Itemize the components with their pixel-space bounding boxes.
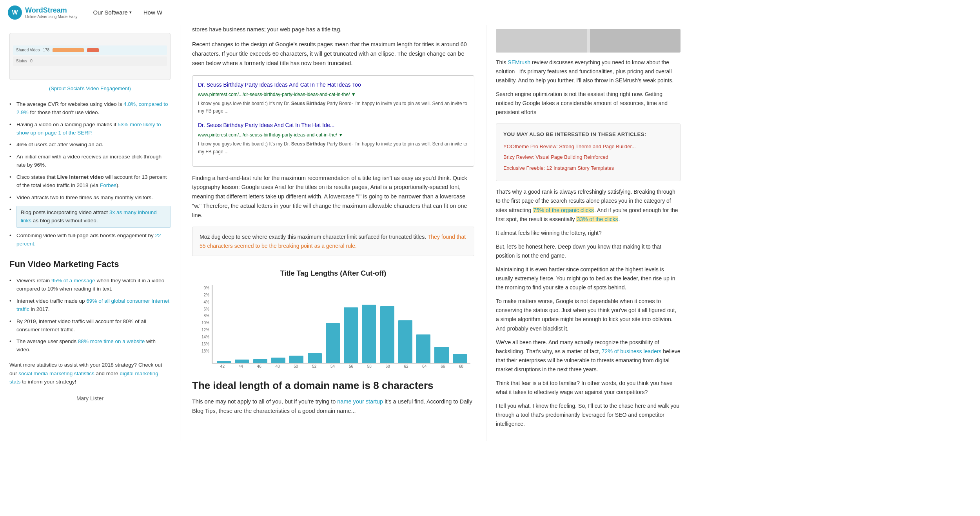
video-stats-list: The average CVR for websites using video… (9, 98, 171, 250)
fun-facts-heading: Fun Video Marketing Facts (9, 257, 171, 271)
right-body-6: We've all been there. And many actually … (496, 338, 681, 374)
bar (344, 307, 358, 362)
search-desc-2: I know you guys love this board :) It's … (198, 140, 468, 156)
article-link-1[interactable]: YOOtheme Pro Review: Strong Theme and Pa… (503, 142, 673, 151)
bar (362, 305, 376, 363)
chevron-down-icon: ▾ (129, 10, 132, 15)
search-url-1: www.pinterest.com/.../dr-seuss-birthday-… (198, 92, 356, 97)
img-block-2 (590, 29, 681, 53)
search-title-2[interactable]: Dr. Seuss Birthday Party Ideas And Cat I… (198, 122, 334, 128)
global-traffic-link[interactable]: 69% of all global consumer Internet traf… (16, 298, 169, 312)
article-link-3[interactable]: Exclusive Freebie: 12 Instagram Story Te… (503, 164, 673, 172)
social-media-stats-link[interactable]: social media marketing statistics (18, 371, 94, 376)
x-label: 42 (213, 363, 232, 370)
bar-col (396, 320, 414, 363)
dashboard-screenshot: Shared Video 178 Status 0 (9, 33, 171, 80)
list-item: Viewers retain 95% of a message when the… (9, 275, 171, 295)
search-bold-2: Seuss Birthday (291, 141, 325, 147)
author-name: Mary Lister (9, 394, 171, 403)
time-on-website-link[interactable]: 88% more time on a website (78, 338, 145, 344)
logo-text-area: WordStream Online Advertising Made Easy (25, 6, 77, 19)
x-label: 62 (397, 363, 416, 370)
search-bold-1: Seuss Birthday (291, 101, 325, 106)
right-para-2: Search engine optimization is not the ea… (496, 90, 681, 117)
sprout-social-link[interactable]: (Sprout Social's Video Engagement) (49, 85, 131, 91)
bar-col (342, 307, 360, 362)
bar-col (215, 361, 233, 363)
chart-title: Title Tag Lengths (After Cut-off) (196, 268, 470, 280)
page-container: Shared Video 178 Status 0 (Sprout Social… (0, 25, 980, 441)
article-interest-title: YOU MAY ALSO BE INTERESTED IN THESE ARTI… (503, 130, 673, 138)
search-result-1: Dr. Seuss Birthday Party Ideas Ideas And… (198, 80, 468, 115)
logo-area[interactable]: W WordStream Online Advertising Made Eas… (8, 5, 77, 20)
x-axis-labels: 4244464850525456586062646668 (196, 363, 470, 370)
bar-col (269, 358, 287, 363)
bar-col (432, 347, 450, 363)
right-body-5: To make matters worse, Google is not dep… (496, 297, 681, 333)
landing-page-link[interactable]: 53% more likely to show up on page 1 of … (16, 122, 161, 136)
engagement-link[interactable]: 22 percent. (16, 233, 161, 247)
x-label: 46 (250, 363, 269, 370)
search-desc-1: I know you guys love this board :) It's … (198, 100, 468, 116)
list-item: The average CVR for websites using video… (9, 98, 171, 119)
bar (235, 360, 249, 362)
right-body-2: It almost feels like winning the lottery… (496, 229, 681, 238)
x-label: 56 (342, 363, 360, 370)
list-item: Internet video traffic made up 69% of al… (9, 295, 171, 316)
message-retention-link[interactable]: 95% of a message (51, 278, 95, 283)
mid-para-2: Recent changes to the design of Google's… (192, 40, 474, 68)
bar (398, 320, 412, 363)
right-column: This SEMrush review discusses everything… (486, 25, 690, 441)
forbes-link[interactable]: Forbes (100, 182, 116, 188)
nav-our-software[interactable]: Our Software ▾ (93, 1, 131, 24)
bar-col (233, 360, 251, 362)
inbound-links-link[interactable]: 3x as many inbound links (21, 209, 157, 223)
main-nav: Our Software ▾ How W (93, 1, 162, 24)
right-body-4: Maintaining it is even harder since comp… (496, 265, 681, 292)
right-body-1: That's why a good rank is always refresh… (496, 187, 681, 223)
y-axis: 18% 16% 14% 12% 10% 8% 6% 4% 2% 0% (196, 285, 209, 356)
domain-heading: The ideal length of a domain name is 8 c… (192, 379, 474, 392)
x-label: 44 (232, 363, 250, 370)
left-column: Shared Video 178 Status 0 (Sprout Social… (0, 25, 180, 441)
callout-text: Moz dug deep to see where exactly this m… (200, 233, 467, 250)
highlight-box: Blog posts incorporating video attract 3… (16, 206, 171, 228)
search-title-1[interactable]: Dr. Seuss Birthday Party Ideas Ideas And… (198, 82, 361, 88)
bar-col (287, 356, 305, 363)
nav-how-w[interactable]: How W (143, 1, 162, 24)
bar (434, 347, 448, 363)
list-item: Video attracts two to three times as man… (9, 192, 171, 204)
logo-icon: W (8, 5, 22, 20)
callout-box: Moz dug deep to see where exactly this m… (192, 227, 474, 256)
name-startup-link[interactable]: name your startup (337, 398, 383, 405)
logo-title: WordStream (25, 6, 77, 15)
x-label: 60 (379, 363, 397, 370)
site-header: W WordStream Online Advertising Made Eas… (0, 0, 980, 25)
x-label: 66 (434, 363, 452, 370)
x-label: 54 (323, 363, 342, 370)
fun-facts-list: Viewers retain 95% of a message when the… (9, 275, 171, 356)
cvr-link[interactable]: 4.8%, compared to 2.9% (16, 101, 168, 115)
article-link-2[interactable]: Brizy Review: Visual Page Building Reinf… (503, 153, 673, 161)
list-item: By 2019, internet video traffic will acc… (9, 316, 171, 336)
clicks-link[interactable]: 33% of the clicks (576, 216, 618, 222)
middle-column: stores have business names; your web pag… (180, 25, 486, 441)
search-result-mockup: Dr. Seuss Birthday Party Ideas Ideas And… (192, 75, 474, 167)
bar (217, 361, 231, 363)
bar-col (451, 354, 469, 363)
list-item: The average user spends 88% more time on… (9, 336, 171, 356)
bar (416, 334, 430, 363)
list-item: Combining video with full-page ads boost… (9, 230, 171, 250)
bar (289, 356, 303, 363)
logo-subtitle: Online Advertising Made Easy (25, 15, 77, 19)
right-body-8: I tell you what. I know the feeling. So,… (496, 402, 681, 429)
organic-clicks-link[interactable]: 75% of the organic clicks (533, 207, 594, 213)
cta-paragraph: Want more statistics to assist with your… (9, 361, 171, 386)
semrush-link[interactable]: SEMrush (508, 59, 530, 65)
bar-col (251, 359, 269, 363)
business-leaders-link[interactable]: 72% of business leaders (602, 348, 662, 354)
x-label: 48 (269, 363, 287, 370)
bar-col (360, 305, 378, 363)
bar-col (324, 323, 342, 363)
search-url-2: www.pinterest.com/.../dr-seuss-birthday-… (198, 132, 343, 138)
